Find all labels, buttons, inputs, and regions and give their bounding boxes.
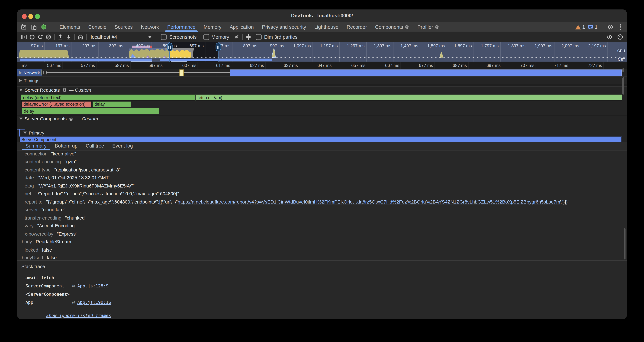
- network-request-bar-small[interactable]: [180, 69, 184, 76]
- ruler-label: 607 ms: [164, 63, 196, 68]
- collect-garbage-icon[interactable]: [232, 33, 241, 41]
- frame-name: await fetch: [26, 275, 72, 280]
- tab-network[interactable]: Network: [137, 22, 163, 32]
- tab-memory[interactable]: Memory: [200, 22, 226, 32]
- track-label: Primary: [29, 130, 44, 135]
- tab-label: Profiler: [418, 24, 433, 30]
- track-network-header[interactable]: Network: [17, 69, 42, 76]
- ruler-label: 677 ms: [400, 63, 433, 68]
- bar-label: delayedError (…ayed exception): [24, 102, 86, 107]
- property-value: false: [47, 255, 57, 260]
- track-label: Server Components: [25, 116, 67, 121]
- react-atom-icon: [405, 25, 409, 29]
- show-ignore-listed-frames-link[interactable]: Show ignore-listed frames: [26, 308, 111, 319]
- inspect-element-icon[interactable]: [20, 23, 28, 31]
- property-row-connection: connection"keep-alive": [17, 151, 618, 158]
- stack-frame: await fetch: [26, 275, 72, 280]
- frame-name: <ServerComponent>: [26, 291, 72, 296]
- frame-at: @: [72, 283, 75, 288]
- tab-console[interactable]: Console: [84, 22, 110, 32]
- history-selected-value: localhost #4: [91, 34, 117, 40]
- device-toolbar-icon[interactable]: [30, 23, 38, 31]
- tab-application[interactable]: Application: [226, 22, 258, 32]
- frame-source-link[interactable]: App.js:190:16: [77, 300, 111, 304]
- load-profile-icon[interactable]: [56, 33, 64, 41]
- selection-left-handle[interactable]: [167, 43, 172, 51]
- property-value-prefix: "{\"group\":\"cf-nel\",\"max_age\":60480…: [46, 199, 178, 204]
- server-request-bar-delay[interactable]: delay: [92, 101, 131, 107]
- live-metrics-home-icon[interactable]: [76, 33, 84, 41]
- property-row-x-powered-by: x-powered-by"Express": [17, 230, 618, 238]
- warnings-badge[interactable]: 1: [575, 24, 585, 30]
- title-bar: DevTools - localhost:3000/: [17, 10, 627, 23]
- tab-lighthouse[interactable]: Lighthouse: [310, 22, 342, 32]
- summary-tab-strip: SummaryBottom-upCall treeEvent log: [17, 142, 627, 150]
- server-request-bar-delayederror-ayed-exception-[interactable]: delayedError (…ayed exception): [22, 101, 92, 107]
- tab-elements[interactable]: Elements: [56, 22, 84, 32]
- help-icon[interactable]: ?: [616, 33, 624, 41]
- ruler-label: 717 ms: [535, 63, 568, 68]
- property-value: "gzip": [65, 159, 77, 164]
- stack-frame: ServerComponent@App.js:128:9: [26, 283, 108, 288]
- flamechart-tracks[interactable]: Network Timings Server Requests: [17, 69, 627, 142]
- react-atom-icon: [62, 88, 67, 93]
- flatten-tracks-icon[interactable]: [244, 33, 252, 41]
- toggle-sidebar-icon[interactable]: [20, 33, 28, 41]
- devtools-window: DevTools - localhost:3000/ ElementsConso…: [17, 10, 627, 319]
- stack-trace-section: Stack trace await fetchServerComponent@A…: [17, 261, 627, 319]
- track-custom-suffix: — Custom: [69, 88, 91, 93]
- overview-time-label: 1,097 ms: [284, 43, 311, 48]
- track-timings-header[interactable]: Timings: [19, 78, 40, 83]
- tab-privacy-and-security[interactable]: Privacy and security: [258, 22, 310, 32]
- summary-tab-summary[interactable]: Summary: [22, 142, 51, 150]
- save-profile-icon[interactable]: [64, 33, 73, 41]
- track-server-requests-header[interactable]: Server Requests — Custom: [19, 88, 91, 93]
- track-server-components-header[interactable]: Server Components — Custom: [19, 116, 98, 121]
- property-key: content-type: [25, 167, 51, 172]
- track-primary-header[interactable]: Primary: [24, 130, 44, 135]
- record-icon[interactable]: [28, 33, 36, 41]
- network-scrollbar-thumb[interactable]: [622, 68, 624, 72]
- summary-tab-call-tree[interactable]: Call tree: [82, 142, 108, 150]
- tab-components[interactable]: Components: [371, 22, 413, 32]
- property-key: connection: [25, 151, 48, 156]
- timeline-overview[interactable]: 97 ms197 ms297 ms397 ms497 ms597 ms697 m…: [17, 42, 627, 62]
- settings-gear-icon[interactable]: [606, 23, 614, 31]
- network-request-bar-long[interactable]: [230, 69, 622, 76]
- tracks-scrollbar-thumb[interactable]: [622, 77, 624, 95]
- server-request-bar-delay-deferred-text-[interactable]: delay (deferred text): [21, 94, 195, 101]
- overview-time-label: 1,897 ms: [498, 43, 526, 48]
- disclosure-down-icon: [19, 118, 23, 120]
- summary-scrollbar-thumb[interactable]: [624, 228, 626, 259]
- server-request-bar-fetch-api-[interactable]: fetch (…/api): [196, 94, 622, 101]
- dim-3rd-parties-checkbox[interactable]: Dim 3rd parties: [256, 34, 298, 40]
- property-value: "chunked": [65, 215, 86, 220]
- summary-tab-event-log[interactable]: Event log: [108, 142, 137, 150]
- summary-tab-bottom-up[interactable]: Bottom-up: [51, 142, 82, 150]
- overview-time-label: 2,197 ms: [579, 43, 606, 48]
- property-row-etag: etag"W/\"4b1-RjEJloX9kRinu6F0MAZMmy6E5iA…: [17, 182, 618, 190]
- history-select[interactable]: localhost #4: [88, 34, 154, 40]
- tab-bar-left-icons: [17, 23, 56, 31]
- server-request-bar-delay[interactable]: delay: [22, 108, 159, 114]
- tab-profiler[interactable]: Profiler: [413, 22, 443, 32]
- screenshots-checkbox[interactable]: Screenshots: [161, 34, 197, 40]
- capture-settings-gear-icon[interactable]: [605, 33, 614, 41]
- checkbox-label: Screenshots: [169, 34, 197, 40]
- more-options-icon[interactable]: [617, 23, 624, 31]
- record-and-reload-icon[interactable]: [36, 33, 44, 41]
- tab-sources[interactable]: Sources: [110, 22, 137, 32]
- extension-gem-icon[interactable]: [40, 23, 48, 31]
- tab-performance[interactable]: Performance: [163, 22, 200, 32]
- panel-tabs: ElementsConsoleSourcesNetworkPerformance…: [56, 22, 444, 32]
- property-value-link[interactable]: https://a.nel.cloudflare.com/report/v4?s…: [178, 199, 560, 204]
- ruler-label: 567 ms: [28, 63, 61, 68]
- tab-recorder[interactable]: Recorder: [342, 22, 371, 32]
- selection-right-handle[interactable]: [215, 43, 221, 51]
- property-value: "Accept-Encoding": [37, 223, 76, 228]
- ruler-label: 587 ms: [96, 63, 129, 68]
- issues-badge[interactable]: 1: [588, 24, 598, 30]
- clear-icon[interactable]: [44, 33, 52, 41]
- memory-checkbox[interactable]: Memory: [203, 34, 229, 40]
- frame-source-link[interactable]: App.js:128:9: [77, 283, 108, 288]
